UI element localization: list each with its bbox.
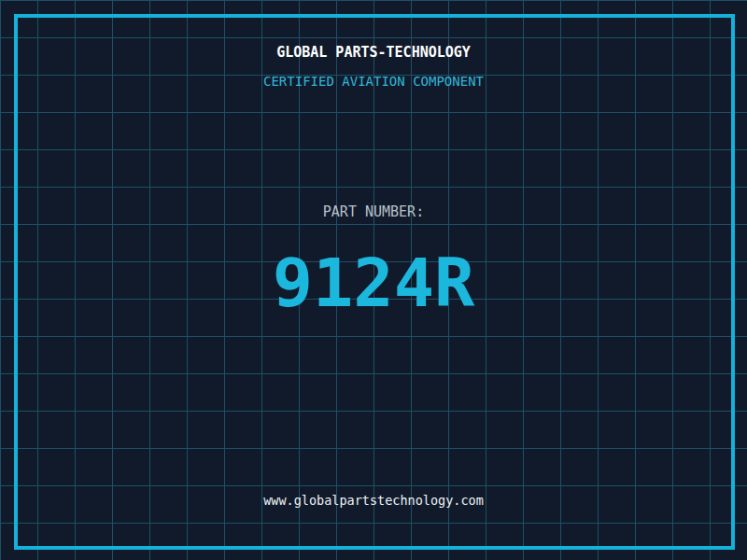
website-url: www.globalpartstechnology.com [0,495,747,508]
blueprint-grid-background: GLOBAL PARTS-TECHNOLOGY CERTIFIED AVIATI… [0,0,747,560]
page-title: GLOBAL PARTS-TECHNOLOGY [0,46,747,60]
page-subtitle: CERTIFIED AVIATION COMPONENT [0,75,747,88]
part-number-value: 9124R [0,249,747,316]
part-number-label: PART NUMBER: [0,205,747,219]
